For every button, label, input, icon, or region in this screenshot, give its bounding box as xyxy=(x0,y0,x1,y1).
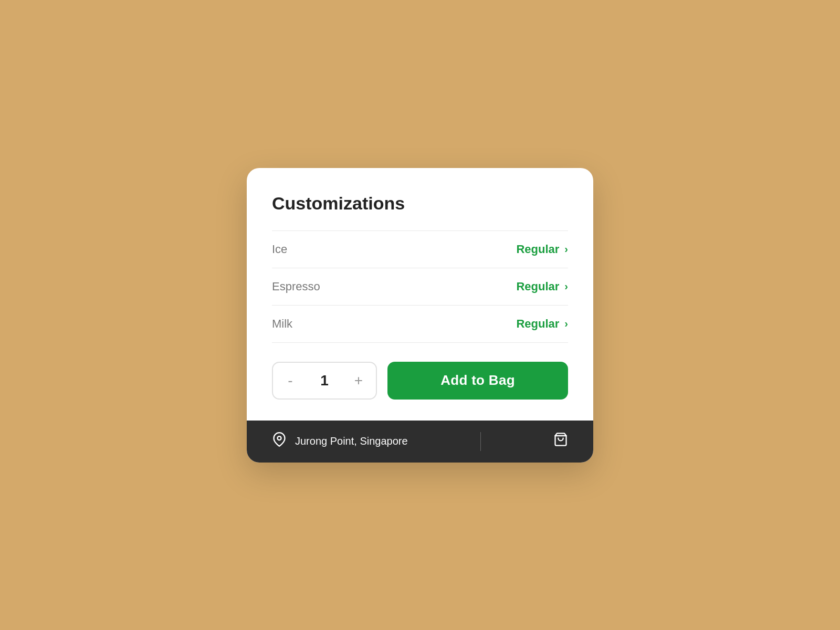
customization-item-ice[interactable]: Ice Regular › xyxy=(272,230,568,268)
chevron-right-icon-milk: › xyxy=(564,318,568,330)
location-section: Jurong Point, Singapore xyxy=(272,432,408,450)
customization-value-wrapper-espresso: Regular › xyxy=(516,280,568,293)
customization-item-espresso[interactable]: Espresso Regular › xyxy=(272,268,568,306)
customization-value-espresso: Regular xyxy=(516,280,559,293)
customization-item-milk[interactable]: Milk Regular › xyxy=(272,306,568,343)
customization-value-milk: Regular xyxy=(516,317,559,331)
shopping-bag-icon[interactable] xyxy=(553,432,568,450)
customization-label-ice: Ice xyxy=(272,243,287,256)
footer-divider xyxy=(480,432,481,451)
customization-label-espresso: Espresso xyxy=(272,280,320,293)
add-to-bag-button[interactable]: Add to Bag xyxy=(387,362,568,400)
decrease-button[interactable]: - xyxy=(273,363,308,398)
customizations-card: Customizations Ice Regular › Espresso Re… xyxy=(247,168,593,463)
quantity-value: 1 xyxy=(308,372,341,389)
location-text: Jurong Point, Singapore xyxy=(295,435,408,447)
card-footer: Jurong Point, Singapore xyxy=(247,421,593,463)
increase-button[interactable]: + xyxy=(341,363,376,398)
customization-list: Ice Regular › Espresso Regular › Milk Re… xyxy=(272,230,568,343)
actions-row: - 1 + Add to Bag xyxy=(272,362,568,400)
chevron-right-icon-espresso: › xyxy=(564,280,568,292)
svg-point-0 xyxy=(278,436,281,440)
chevron-right-icon-ice: › xyxy=(564,243,568,255)
customization-value-wrapper-ice: Regular › xyxy=(516,243,568,256)
customization-value-ice: Regular xyxy=(516,243,559,256)
customization-value-wrapper-milk: Regular › xyxy=(516,317,568,331)
card-body: Customizations Ice Regular › Espresso Re… xyxy=(247,168,593,421)
customization-label-milk: Milk xyxy=(272,317,292,331)
quantity-stepper: - 1 + xyxy=(272,362,377,400)
card-title: Customizations xyxy=(272,193,568,214)
pin-icon xyxy=(272,432,287,450)
